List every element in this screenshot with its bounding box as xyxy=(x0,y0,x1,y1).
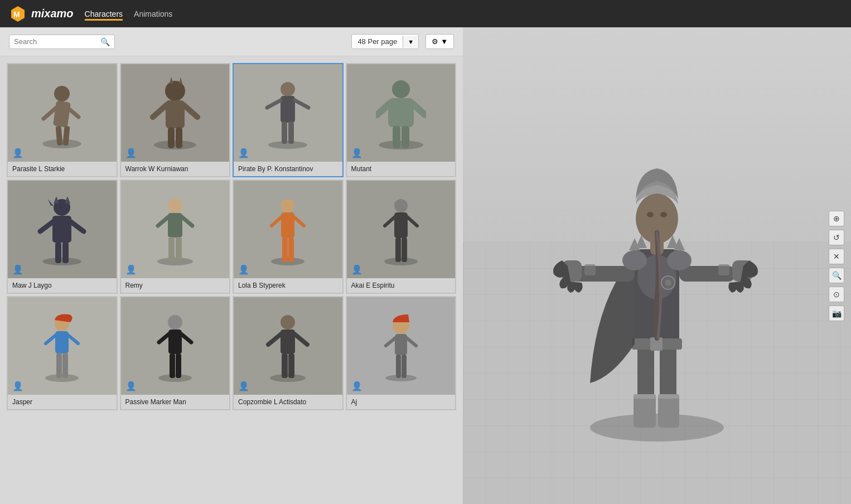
character-card-6[interactable]: 👤Remy xyxy=(120,180,231,294)
character-card-12[interactable]: 👤Aj xyxy=(346,296,457,410)
svg-line-66 xyxy=(46,335,56,343)
logo-area: M mixamo xyxy=(9,5,74,23)
svg-rect-16 xyxy=(168,127,175,148)
svg-rect-55 xyxy=(288,238,294,262)
svg-rect-90 xyxy=(402,355,407,378)
character-card-7[interactable]: 👤Lola B Styperek xyxy=(233,180,344,294)
character-type-icon: 👤 xyxy=(238,264,249,275)
svg-rect-47 xyxy=(168,237,175,261)
character-card-1[interactable]: 👤Parasite L Starkie xyxy=(7,63,118,177)
target-icon: ⊕ xyxy=(833,214,840,223)
close-icon: ✕ xyxy=(833,252,840,261)
tab-animations[interactable]: Animations xyxy=(134,7,172,21)
character-grid: 👤Parasite L Starkie👤Warrok W Kurniawan👤P… xyxy=(7,63,456,410)
svg-rect-68 xyxy=(56,353,62,378)
character-card-5[interactable]: 👤Maw J Laygo xyxy=(7,180,118,294)
svg-rect-82 xyxy=(282,353,288,378)
svg-line-15 xyxy=(183,105,197,117)
character-thumb-4: 👤 xyxy=(347,64,456,162)
svg-line-87 xyxy=(386,338,395,346)
character-type-icon: 👤 xyxy=(351,148,362,158)
character-name-label: Remy xyxy=(121,278,230,293)
svg-point-18 xyxy=(268,141,307,149)
svg-rect-30 xyxy=(393,126,400,148)
character-card-4[interactable]: 👤Mutant xyxy=(346,63,457,177)
svg-rect-99 xyxy=(658,394,679,399)
main-layout: 🔍 48 Per page ▼ ⚙ ▼ 👤Parasite L Starkie👤… xyxy=(0,27,851,504)
svg-point-9 xyxy=(154,140,196,149)
header: M mixamo Characters Animations xyxy=(0,0,851,27)
svg-point-19 xyxy=(281,82,295,96)
character-name-label: Jasper xyxy=(8,395,117,409)
character-type-icon: 👤 xyxy=(12,148,23,158)
character-card-10[interactable]: 👤Passive Marker Man xyxy=(120,296,231,410)
svg-rect-118 xyxy=(584,264,596,275)
svg-point-42 xyxy=(157,258,193,265)
svg-line-67 xyxy=(68,335,78,343)
svg-line-74 xyxy=(181,334,191,342)
svg-rect-17 xyxy=(176,127,182,148)
svg-rect-69 xyxy=(62,353,68,378)
svg-rect-31 xyxy=(402,126,409,148)
viewport-3d[interactable]: ⊕ ↺ ✕ 🔍 ⊙ 📷 xyxy=(463,27,851,504)
per-page-arrow[interactable]: ▼ xyxy=(403,36,418,48)
svg-point-121 xyxy=(665,279,671,286)
character-name-label: Lola B Styperek xyxy=(234,278,342,293)
character-card-11[interactable]: 👤Copzombie L Actisdato xyxy=(233,296,344,410)
orbit-button[interactable]: ⊙ xyxy=(829,287,844,302)
svg-line-81 xyxy=(294,334,307,345)
settings-button[interactable]: ⚙ ▼ xyxy=(426,34,454,49)
target-button[interactable]: ⊕ xyxy=(829,211,844,226)
svg-line-28 xyxy=(377,104,389,115)
toolbar: 🔍 48 Per page ▼ ⚙ ▼ xyxy=(0,27,463,56)
svg-line-59 xyxy=(385,217,395,226)
character-type-icon: 👤 xyxy=(238,381,249,391)
svg-rect-76 xyxy=(176,353,181,378)
per-page-selector[interactable]: 48 Per page ▼ xyxy=(351,34,419,49)
character-type-icon: 👤 xyxy=(351,264,362,275)
svg-rect-41 xyxy=(62,242,69,263)
reset-button[interactable]: ↺ xyxy=(829,230,844,245)
svg-line-22 xyxy=(295,100,308,108)
character-thumb-1: 👤 xyxy=(8,64,117,162)
svg-rect-75 xyxy=(170,353,175,378)
character-thumb-12: 👤 xyxy=(347,297,456,395)
svg-line-38 xyxy=(40,221,54,231)
search-icon[interactable]: 🔍 xyxy=(100,37,110,46)
character-type-icon: 👤 xyxy=(12,381,23,391)
svg-point-93 xyxy=(590,414,724,442)
gear-icon: ⚙ xyxy=(432,37,438,46)
tab-characters[interactable]: Characters xyxy=(85,7,123,21)
character-card-9[interactable]: 👤Jasper xyxy=(7,296,118,410)
character-name-label: Aj xyxy=(347,395,456,409)
character-name-label: Passive Marker Man xyxy=(121,395,230,409)
character-name-label: Maw J Laygo xyxy=(8,278,117,293)
svg-point-117 xyxy=(660,212,667,217)
svg-point-78 xyxy=(281,315,295,329)
reset-icon: ↺ xyxy=(833,233,840,242)
character-grid-container[interactable]: 👤Parasite L Starkie👤Warrok W Kurniawan👤P… xyxy=(0,56,463,504)
svg-point-32 xyxy=(42,258,81,265)
svg-point-25 xyxy=(379,140,423,149)
right-panel: PIRATE BY P. KONSTANTINOV xyxy=(463,27,851,504)
svg-rect-20 xyxy=(281,96,295,123)
svg-rect-98 xyxy=(634,394,656,399)
svg-line-14 xyxy=(153,105,167,117)
svg-point-57 xyxy=(394,199,408,212)
svg-rect-23 xyxy=(282,122,287,144)
svg-rect-96 xyxy=(634,394,656,428)
left-panel: 🔍 48 Per page ▼ ⚙ ▼ 👤Parasite L Starkie👤… xyxy=(0,27,463,504)
svg-rect-89 xyxy=(396,355,401,378)
svg-rect-40 xyxy=(55,242,61,263)
character-card-3[interactable]: 👤Pirate By P. Konstantinov xyxy=(233,63,344,177)
search-input[interactable] xyxy=(14,37,100,46)
character-thumb-5: 👤 xyxy=(8,181,117,278)
character-card-2[interactable]: 👤Warrok W Kurniawan xyxy=(120,63,231,177)
close-button[interactable]: ✕ xyxy=(829,249,844,264)
svg-line-52 xyxy=(272,217,282,226)
zoom-button[interactable]: 🔍 xyxy=(829,268,844,283)
camera-button[interactable]: 📷 xyxy=(829,306,844,321)
svg-line-29 xyxy=(413,104,425,115)
character-card-8[interactable]: 👤Akai E Espiritu xyxy=(346,180,457,294)
svg-rect-54 xyxy=(282,238,288,262)
